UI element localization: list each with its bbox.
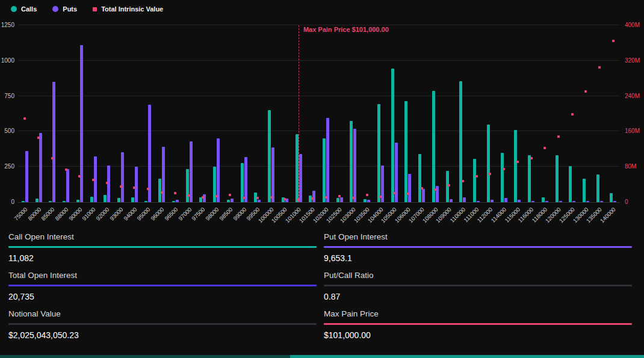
legend-label-intrinsic: Total Intrinsic Value: [101, 5, 163, 13]
bar-group-106000[interactable]: [401, 25, 415, 202]
bar-group-125000[interactable]: [565, 25, 579, 202]
puts-legend-marker-icon: [52, 6, 58, 12]
y-axis-tick-right: 80M: [625, 164, 636, 170]
y-axis-tick-right: 160M: [625, 128, 640, 134]
bar-group-120000[interactable]: [552, 25, 566, 202]
bar-group-100000[interactable]: [264, 25, 278, 202]
bar-group-95000[interactable]: [141, 25, 155, 202]
bar-group-98500[interactable]: [223, 25, 237, 202]
bar-group-75000[interactable]: [18, 25, 32, 202]
bar-group-102500[interactable]: [333, 25, 347, 202]
intrinsic-value-marker: [475, 175, 478, 177]
puts-bar: [600, 201, 603, 202]
y-axis-tick-left: 250: [4, 164, 14, 170]
stat-max-pain-price: Max Pain Price $101,000.00: [324, 309, 632, 340]
bar-group-97500[interactable]: [196, 25, 210, 202]
bar-group-94000[interactable]: [128, 25, 141, 202]
intrinsic-value-marker: [393, 192, 395, 194]
bottom-scrollbar[interactable]: [0, 355, 644, 358]
bar-group-115000[interactable]: [510, 25, 524, 202]
x-axis-label: 75000: [13, 206, 28, 221]
bar-group-103500[interactable]: [360, 25, 374, 202]
bar-group-88000[interactable]: [59, 25, 73, 202]
bar-group-92000[interactable]: [100, 25, 114, 202]
legend-item-puts[interactable]: Puts: [52, 5, 77, 13]
bar-group-104000[interactable]: [374, 25, 388, 202]
bar-group-91000[interactable]: [87, 25, 101, 202]
intrinsic-value-marker: [65, 168, 67, 171]
bar-group-105000[interactable]: [388, 25, 401, 202]
bar-group-80000[interactable]: [32, 25, 46, 202]
bar-group-101500[interactable]: [305, 25, 319, 202]
calls-bar: [473, 159, 476, 202]
bar-group-118000[interactable]: [538, 25, 552, 202]
puts-bar: [504, 198, 507, 202]
bar-group-108000[interactable]: [429, 25, 442, 202]
bar-group-103000[interactable]: [347, 25, 361, 202]
bar-group-135000[interactable]: [593, 25, 607, 202]
bar-group-140000[interactable]: [607, 25, 621, 202]
bar-group-107000[interactable]: [415, 25, 429, 202]
bar-group-100500[interactable]: [278, 25, 292, 202]
bar-group-99000[interactable]: [237, 25, 251, 202]
puts-bar: [258, 200, 261, 202]
bar-group-101000[interactable]: [292, 25, 306, 202]
calls-bar: [432, 91, 435, 202]
stat-value: 9,653.1: [324, 253, 632, 263]
bar-group-110000[interactable]: [456, 25, 470, 202]
calls-bar: [323, 138, 326, 202]
bar-group-109000[interactable]: [442, 25, 456, 202]
scrollbar-thumb[interactable]: [290, 355, 644, 358]
bar-group-99500[interactable]: [250, 25, 264, 202]
intrinsic-value-marker: [92, 179, 94, 181]
bar-group-96500[interactable]: [169, 25, 182, 202]
bar-group-93000[interactable]: [114, 25, 128, 202]
calls-bar: [172, 201, 175, 202]
calls-legend-marker-icon: [11, 6, 17, 12]
bar-group-111000[interactable]: [469, 25, 483, 202]
y-axis-tick-left: 1000: [1, 58, 14, 64]
bar-group-102000[interactable]: [319, 25, 333, 202]
calls-bar: [63, 201, 66, 202]
calls-bar: [364, 199, 367, 202]
stat-value: 20,735: [8, 292, 317, 301]
bar-group-112000[interactable]: [483, 25, 497, 202]
bar-groups: [18, 25, 620, 202]
intrinsic-value-marker: [147, 188, 149, 190]
intrinsic-value-marker: [571, 113, 574, 116]
legend-item-calls[interactable]: Calls: [11, 5, 37, 13]
bar-group-85000[interactable]: [45, 25, 59, 202]
calls-bar: [90, 197, 93, 202]
bar-group-90000[interactable]: [73, 25, 87, 202]
calls-bar: [131, 197, 134, 202]
intrinsic-value-marker: [543, 147, 546, 149]
calls-bar: [583, 179, 586, 202]
puts-bar: [244, 157, 247, 202]
intrinsic-value-marker: [243, 197, 245, 199]
intrinsic-value-marker: [503, 168, 505, 170]
y-axis-tick-left: 500: [4, 128, 14, 134]
intrinsic-value-marker: [530, 157, 533, 159]
y-axis-tick-left: 1250: [1, 22, 14, 28]
calls-bar: [117, 198, 120, 202]
calls-bar: [528, 155, 531, 202]
intrinsic-value-marker: [229, 194, 231, 196]
stat-underline: [324, 323, 632, 325]
calls-bar: [446, 171, 449, 202]
options-max-pain-dashboard: Calls Puts Total Intrinsic Value Max Pai…: [0, 0, 644, 358]
stat-value: 0.87: [324, 292, 632, 301]
intrinsic-value-marker: [120, 185, 122, 188]
bar-group-96000[interactable]: [155, 25, 169, 202]
legend-label-calls: Calls: [21, 5, 37, 13]
bar-group-98000[interactable]: [209, 25, 223, 202]
bar-group-97000[interactable]: [182, 25, 196, 202]
bar-group-114000[interactable]: [497, 25, 511, 202]
bar-group-130000[interactable]: [579, 25, 593, 202]
legend-item-intrinsic[interactable]: Total Intrinsic Value: [93, 5, 163, 13]
stat-put-call-ratio: Put/Call Ratio 0.87: [324, 271, 632, 301]
intrinsic-value-marker: [78, 175, 81, 177]
calls-bar: [296, 134, 299, 202]
legend-label-puts: Puts: [63, 5, 77, 13]
intrinsic-value-marker: [598, 66, 601, 69]
bar-group-116000[interactable]: [524, 25, 538, 202]
